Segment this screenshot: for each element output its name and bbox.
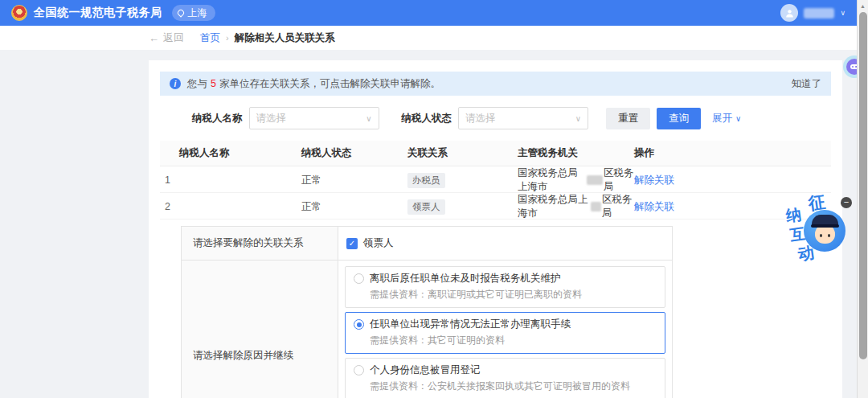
alert-count: 5 bbox=[211, 78, 216, 89]
relation-checkbox[interactable]: ✓ bbox=[346, 238, 358, 249]
user-menu[interactable]: ∨ bbox=[780, 4, 845, 22]
radio-icon[interactable] bbox=[354, 319, 364, 330]
dissolve-form: 请选择要解除的关联关系 ✓ 领票人 请选择解除原因并继续 离职后原任职单位未及时… bbox=[181, 226, 673, 398]
col-name: 纳税人名称 bbox=[179, 146, 301, 160]
filter-bar: 纳税人名称 请选择 ∨ 纳税人状态 请选择 ∨ 重置 查询 展开 ∨ bbox=[192, 107, 831, 129]
location-selector[interactable]: 上海 bbox=[172, 5, 215, 21]
taxpayer-status-select[interactable]: 请选择 ∨ bbox=[458, 107, 588, 129]
reason-title: 任职单位出现异常情况无法正常办理离职手续 bbox=[370, 318, 571, 331]
reason-title: 个人身份信息被冒用登记 bbox=[370, 363, 481, 377]
expand-toggle[interactable]: 展开 ∨ bbox=[712, 112, 741, 125]
taxpayer-status-placeholder: 请选择 bbox=[465, 112, 496, 125]
taxpayer-name-select[interactable]: 请选择 ∨ bbox=[249, 107, 379, 129]
taxpayer-status: 正常 bbox=[301, 174, 407, 187]
radio-icon[interactable] bbox=[354, 273, 364, 284]
taxpayer-name-placeholder: 请选择 bbox=[256, 112, 287, 125]
table-row: 1 正常 办税员 国家税务总局上海市 区税务局 解除关联 bbox=[160, 166, 831, 193]
alert-text-suffix: 家单位存在关联关系，可点击解除关联申请解除。 bbox=[219, 77, 440, 91]
back-button[interactable]: ← 返回 bbox=[149, 31, 184, 45]
chevron-down-icon: ∨ bbox=[735, 114, 741, 123]
authority-prefix: 国家税务总局上海市 bbox=[518, 166, 586, 194]
taxpayer-status-filter: 纳税人状态 请选择 ∨ bbox=[402, 107, 589, 129]
authority-redacted bbox=[587, 175, 603, 185]
query-button[interactable]: 查询 bbox=[657, 108, 701, 129]
app-title: 全国统一规范电子税务局 bbox=[34, 6, 162, 20]
mascot-officer-icon bbox=[804, 210, 845, 252]
col-relation: 关联关系 bbox=[407, 146, 518, 160]
breadcrumb-separator-icon: › bbox=[226, 33, 229, 43]
top-bar: 全国统一规范电子税务局 上海 ∨ bbox=[0, 0, 857, 26]
chevron-down-icon: ∨ bbox=[366, 114, 371, 123]
back-arrow-icon: ← bbox=[149, 32, 159, 44]
info-icon: i bbox=[170, 78, 181, 89]
row-index: 1 bbox=[160, 174, 179, 186]
scrollbar-thumb[interactable] bbox=[859, 12, 867, 359]
reason-title: 离职后原任职单位未及时报告税务机关维护 bbox=[370, 272, 561, 285]
reason-desc: 需提供资料：其它可证明的资料 bbox=[370, 334, 657, 347]
page-root: 全国统一规范电子税务局 上海 ∨ ← 返回 首页 › 解除相关人员关联关系 i … bbox=[0, 0, 857, 398]
col-status: 纳税人状态 bbox=[301, 146, 407, 160]
relation-row-label: 请选择要解除的关联关系 bbox=[182, 227, 338, 260]
radio-icon[interactable] bbox=[354, 365, 364, 375]
relation-select-row: 请选择要解除的关联关系 ✓ 领票人 bbox=[182, 227, 672, 260]
info-alert: i 您与 5 家单位存在关联关系，可点击解除关联申请解除。 知道了 bbox=[160, 72, 831, 96]
breadcrumb: ← 返回 首页 › 解除相关人员关联关系 bbox=[0, 26, 857, 50]
authority-redacted bbox=[591, 202, 601, 211]
filter-actions: 重置 查询 展开 ∨ bbox=[606, 108, 741, 129]
table-row: 2 正常 领票人 国家税务总局上海市 区税务局 解除关联 bbox=[160, 193, 831, 220]
user-avatar-icon bbox=[780, 4, 798, 22]
location-label: 上海 bbox=[188, 6, 207, 20]
chevron-down-icon: ∨ bbox=[840, 9, 845, 17]
taxpayer-name-filter: 纳税人名称 请选择 ∨ bbox=[192, 107, 379, 129]
content-card: i 您与 5 家单位存在关联关系，可点击解除关联申请解除。 知道了 纳税人名称 … bbox=[149, 60, 842, 398]
mascot-minimize-button[interactable]: − bbox=[841, 197, 852, 208]
alert-text-prefix: 您与 bbox=[187, 77, 207, 91]
reset-button[interactable]: 重置 bbox=[606, 108, 650, 129]
taxpayer-name-label: 纳税人名称 bbox=[192, 112, 243, 125]
reason-desc: 需提供资料：离职证明或其它可证明已离职的资料 bbox=[370, 288, 657, 302]
page-title: 解除相关人员关联关系 bbox=[235, 31, 335, 45]
authority-suffix: 区税务局 bbox=[604, 166, 634, 194]
col-action: 操作 bbox=[634, 146, 831, 160]
reason-option-selected[interactable]: 任职单位出现异常情况无法正常办理离职手续 需提供资料：其它可证明的资料 bbox=[345, 312, 665, 354]
relations-table: 纳税人名称 纳税人状态 关联关系 主管税务机关 操作 1 正常 办税员 国家税务… bbox=[160, 141, 831, 220]
chevron-down-icon: ∨ bbox=[575, 114, 581, 123]
user-name-redacted bbox=[804, 8, 834, 18]
breadcrumb-home[interactable]: 首页 bbox=[200, 31, 220, 45]
row-index: 2 bbox=[160, 201, 179, 212]
reason-row-label: 请选择解除原因并继续 bbox=[182, 261, 338, 398]
dissolve-relation-link[interactable]: 解除关联 bbox=[634, 174, 831, 187]
authority-suffix: 区税务局 bbox=[602, 193, 634, 220]
col-authority: 主管税务机关 bbox=[518, 146, 634, 160]
alert-dismiss-button[interactable]: 知道了 bbox=[792, 77, 822, 91]
taxpayer-status-label: 纳税人状态 bbox=[402, 112, 452, 125]
reason-option[interactable]: 离职后原任职单位未及时报告税务机关维护 需提供资料：离职证明或其它可证明已离职的… bbox=[345, 266, 665, 308]
location-pin-icon bbox=[176, 8, 185, 17]
relation-checkbox-label: 领票人 bbox=[363, 236, 394, 250]
authority-prefix: 国家税务总局上海市 bbox=[518, 193, 590, 220]
interaction-mascot-widget[interactable]: 征 纳 互 动 − bbox=[783, 191, 847, 273]
relation-tag: 领票人 bbox=[407, 199, 445, 215]
expand-label: 展开 bbox=[712, 112, 732, 125]
tax-emblem-logo bbox=[11, 5, 27, 21]
scroll-up-arrow-icon[interactable]: ▲ bbox=[858, 0, 868, 11]
reason-option[interactable]: 个人身份信息被冒用登记 需提供资料：公安机关接报案回执或其它可证明被冒用的资料 bbox=[345, 358, 665, 398]
relation-tag: 办税员 bbox=[407, 173, 445, 188]
reason-select-row: 请选择解除原因并继续 离职后原任职单位未及时报告税务机关维护 需提供资料：离职证… bbox=[182, 260, 672, 398]
table-header-row: 纳税人名称 纳税人状态 关联关系 主管税务机关 操作 bbox=[160, 141, 831, 166]
vertical-scrollbar[interactable]: ▲ bbox=[857, 0, 868, 398]
taxpayer-status: 正常 bbox=[301, 200, 407, 214]
reason-desc: 需提供资料：公安机关接报案回执或其它可证明被冒用的资料 bbox=[370, 380, 657, 393]
back-label: 返回 bbox=[163, 31, 184, 45]
